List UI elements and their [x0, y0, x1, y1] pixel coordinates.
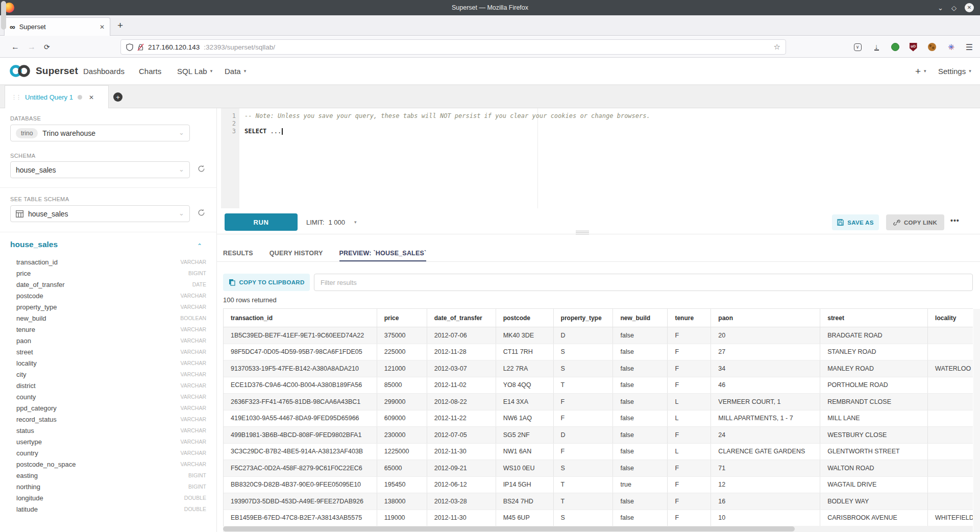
table-cell: L [668, 394, 711, 410]
hscroll-thumb[interactable] [223, 526, 795, 531]
editor-gutter: 1 2 3 [221, 108, 239, 208]
table-cell: F [554, 410, 614, 427]
horizontal-scrollbar[interactable] [223, 526, 973, 532]
container-asterisk-icon[interactable]: ✳ [943, 36, 959, 58]
table-row: 2636F323-FF41-4765-81DB-98CAA6A43BC12990… [224, 394, 973, 410]
chevron-down-icon: ▾ [969, 68, 971, 74]
schema-column-row: latitudeDOUBLE [10, 503, 206, 515]
downloads-icon[interactable]: ↓ [869, 36, 884, 58]
nav-settings[interactable]: Settings▾ [938, 58, 971, 84]
tab-preview-house-sales[interactable]: PREVIEW: `HOUSE_SALES` [339, 245, 427, 262]
column-type: VARCHAR [180, 259, 206, 265]
superset-brand[interactable]: Superset [8, 63, 78, 79]
schema-column-row: ppd_categoryVARCHAR [10, 402, 206, 414]
run-button[interactable]: RUN [225, 213, 298, 231]
cookie-extension-icon[interactable] [924, 36, 940, 58]
query-tab[interactable]: ⋮⋮ Untitled Query 1 ✕ [5, 85, 109, 109]
table-cell: 2012-03-07 [427, 360, 496, 377]
table-cell: 24 [711, 427, 820, 443]
reload-button[interactable]: ⟳ [44, 36, 50, 58]
schema-column-row: eastingBIGINT [10, 470, 206, 481]
tab-query-history[interactable]: QUERY HISTORY [270, 245, 323, 262]
column-header-postcode[interactable]: postcode [496, 309, 554, 327]
save-as-button[interactable]: SAVE AS [832, 214, 879, 230]
column-header-tenure[interactable]: tenure [668, 309, 711, 327]
collapse-chevron-icon[interactable]: ⌄ [197, 242, 202, 249]
schema-select[interactable]: house_sales ⌄ [10, 161, 190, 178]
column-name: usertype [10, 438, 180, 446]
nav-charts[interactable]: Charts [139, 58, 161, 84]
table-schema-heading[interactable]: house_sales [10, 240, 58, 249]
url-field[interactable]: 217.160.120.143:32393/superset/sqllab/ ☆ [120, 39, 786, 55]
add-query-tab-button[interactable]: + [113, 92, 122, 102]
schema-column-row: new_buildBOOLEAN [10, 312, 206, 324]
url-host: 217.160.120.143 [148, 43, 200, 51]
column-header-property_type[interactable]: property_type [554, 309, 614, 327]
drag-handle-icon[interactable]: ⋮⋮ [11, 94, 20, 101]
nav-sql-lab[interactable]: SQL Lab▾ [177, 58, 212, 84]
tab-close-icon[interactable]: ✕ [100, 23, 105, 31]
schema-column-row: cityVARCHAR [10, 369, 206, 380]
vscroll-thumb[interactable] [1, 1, 6, 30]
column-header-price[interactable]: price [377, 309, 427, 327]
column-header-locality[interactable]: locality [928, 309, 973, 327]
schema-column-row: paonVARCHAR [10, 335, 206, 346]
refresh-schemas-icon[interactable] [197, 164, 207, 175]
resize-grip[interactable] [576, 231, 589, 234]
table-row: BB8320C9-D82B-4B37-90E0-9FEE05095E101954… [224, 477, 973, 494]
new-tab-button[interactable]: + [117, 20, 123, 30]
filter-results-input[interactable] [314, 274, 973, 291]
column-header-new_build[interactable]: new_build [613, 309, 668, 327]
column-type: VARCHAR [180, 405, 206, 411]
column-header-street[interactable]: street [820, 309, 928, 327]
copy-link-button[interactable]: COPY LINK [886, 214, 944, 230]
table-cell: 20 [711, 327, 820, 344]
menu-hamburger-icon[interactable]: ☰ [962, 36, 977, 58]
table-select[interactable]: house_sales ⌄ [10, 205, 190, 222]
nav-dashboards[interactable]: Dashboards [83, 58, 125, 84]
column-header-date_of_transfer[interactable]: date_of_transfer [427, 309, 496, 327]
schema-column-row: tenureVARCHAR [10, 324, 206, 335]
insecure-lock-icon[interactable] [137, 43, 144, 51]
pocket-icon[interactable]: ∨ [850, 36, 865, 58]
table-cell: 2012-07-05 [427, 427, 496, 443]
window-close-icon[interactable]: ✕ [965, 3, 974, 12]
table-cell [928, 444, 973, 460]
table-cell: 195450 [377, 477, 427, 493]
refresh-tables-icon[interactable] [197, 208, 207, 219]
table-cell: 499B1981-3B6B-4BCD-808F-9FED9802BFA1 [224, 427, 377, 443]
table-cell: GLENTWORTH STREET [820, 444, 928, 460]
bookmark-star-icon[interactable]: ☆ [774, 42, 780, 52]
table-cell: 27 [711, 344, 820, 360]
row-count-text: 100 rows returned [223, 296, 277, 304]
table-cell: 193907D3-5DBD-453D-A49E-9FEE27DAB926 [224, 493, 377, 510]
window-minimize-icon[interactable]: ⌄ [938, 5, 943, 11]
more-options-button[interactable]: ••• [950, 216, 960, 225]
nav-data[interactable]: Data▾ [225, 58, 246, 84]
column-header-paon[interactable]: paon [711, 309, 820, 327]
table-cell: 46 [711, 377, 820, 394]
window-maximize-icon[interactable]: ◇ [951, 5, 957, 11]
vertical-scrollbar[interactable] [973, 309, 980, 532]
nav-add-button[interactable]: +▾ [915, 58, 926, 84]
ublock-shield-icon[interactable]: uO [905, 36, 921, 58]
table-cell: 2012-07-06 [427, 327, 496, 344]
sql-editor[interactable]: 1 2 3 -- Note: Unless you save your quer… [217, 108, 980, 208]
shield-icon[interactable] [126, 43, 133, 51]
column-name: longitude [10, 494, 184, 502]
column-name: latitude [10, 505, 184, 513]
table-cell: BS24 7HD [496, 493, 554, 510]
schema-column-row: countyVARCHAR [10, 391, 206, 402]
query-tab-close-icon[interactable]: ✕ [89, 94, 94, 101]
browser-tab[interactable]: ∞ Superset ✕ [4, 17, 110, 36]
limit-dropdown[interactable]: LIMIT: 1 000 ▾ [306, 213, 356, 231]
column-header-transaction_id[interactable]: transaction_id [224, 309, 377, 327]
schema-column-row: usertypeVARCHAR [10, 436, 206, 447]
copy-to-clipboard-button[interactable]: COPY TO CLIPBOARD [223, 274, 310, 291]
column-name: price [10, 270, 188, 277]
database-select[interactable]: trino Trino warehouse ⌄ [10, 125, 190, 141]
tab-results[interactable]: RESULTS [223, 245, 253, 262]
extension-green-icon[interactable] [888, 36, 903, 58]
back-button[interactable]: ← [11, 36, 19, 58]
print-margin-line [537, 108, 538, 208]
